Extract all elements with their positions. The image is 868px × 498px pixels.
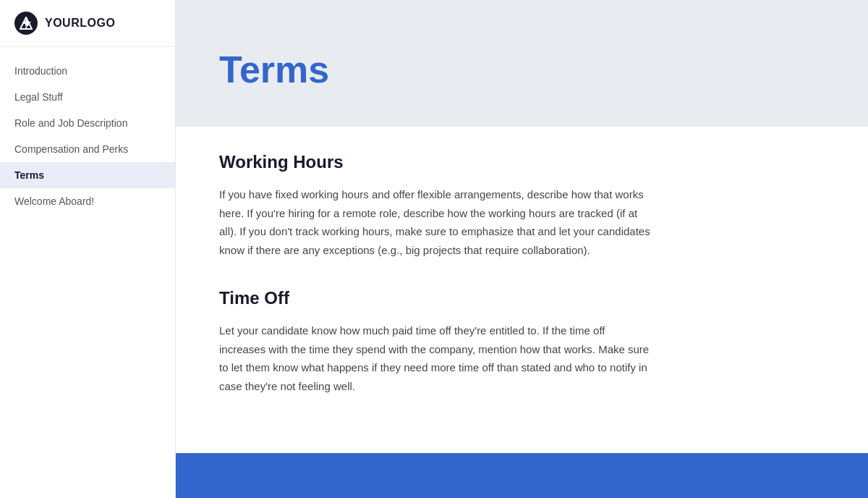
sidebar-item-compensation-and-perks[interactable]: Compensation and Perks <box>0 136 175 162</box>
logo-text: YOURLOGO <box>45 17 115 30</box>
content-area: Working HoursIf you have fixed working h… <box>176 127 868 453</box>
section-time-off: Time OffLet your candidate know how much… <box>219 288 825 395</box>
nav-list: IntroductionLegal StuffRole and Job Desc… <box>0 47 175 498</box>
main-content: Terms Working HoursIf you have fixed wor… <box>176 0 868 498</box>
section-title-time-off: Time Off <box>219 288 825 308</box>
sidebar-item-welcome-aboard[interactable]: Welcome Aboard! <box>0 188 175 214</box>
section-body-working-hours: If you have fixed working hours and offe… <box>219 185 653 259</box>
sidebar-item-legal-stuff[interactable]: Legal Stuff <box>0 84 175 110</box>
section-body-time-off: Let your candidate know how much paid ti… <box>219 321 653 395</box>
sidebar: YOURLOGO IntroductionLegal StuffRole and… <box>0 0 176 498</box>
section-title-working-hours: Working Hours <box>219 152 825 172</box>
hero-header: Terms <box>176 0 868 127</box>
logo-area: YOURLOGO <box>0 0 175 47</box>
sidebar-item-introduction[interactable]: Introduction <box>0 58 175 84</box>
logo-icon <box>14 12 38 35</box>
sidebar-item-role-and-job-description[interactable]: Role and Job Description <box>0 110 175 136</box>
sidebar-item-terms[interactable]: Terms <box>0 162 175 188</box>
page-title: Terms <box>219 49 329 90</box>
section-working-hours: Working HoursIf you have fixed working h… <box>219 152 825 259</box>
footer-bar <box>176 453 868 498</box>
